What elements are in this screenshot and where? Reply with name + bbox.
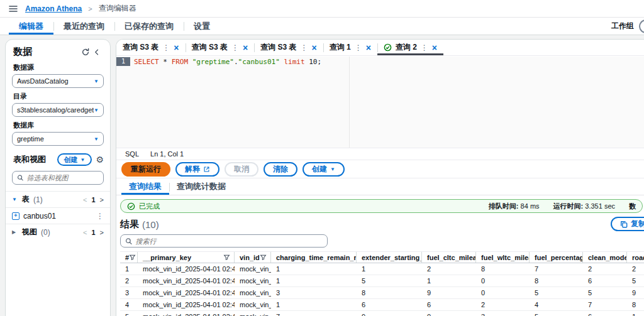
workgroup-select[interactable] — [639, 19, 644, 33]
kebab-icon[interactable]: ⋮ — [231, 43, 239, 52]
sql-token-plain: . — [234, 58, 238, 66]
nav-tab-2[interactable]: 已保存的查询 — [114, 18, 184, 35]
breadcrumb-app-link[interactable]: Amazon Athena — [25, 4, 82, 13]
table-row: 5mock_vin_id_2025-04-01 02:43:35.402mock… — [120, 311, 644, 316]
filter-tables-search[interactable] — [12, 171, 104, 185]
hamburger-menu-icon[interactable] — [8, 3, 19, 14]
close-icon[interactable]: × — [366, 43, 371, 53]
table-item-canbus01[interactable]: + canbus01 ⋮ — [6, 207, 110, 224]
copy-button[interactable]: 复制 — [611, 217, 644, 231]
create-menu-button[interactable]: 创建 ▼ — [303, 162, 345, 177]
query-timings: 排队时间: 84 ms 运行时间: 3.351 sec 数 — [489, 202, 636, 211]
column-header-label: fuel_percentage — [535, 254, 583, 261]
close-icon[interactable]: × — [432, 43, 437, 53]
caret-expanded-icon[interactable]: ▼ — [12, 197, 18, 202]
results-header: 结果 (10) 复制 — [120, 218, 640, 231]
query-tab-4[interactable]: 查询 2⋮× — [377, 40, 443, 55]
chevron-down-icon: ▼ — [330, 166, 335, 172]
sql-token-str: "greptime" — [192, 58, 234, 66]
chevron-down-icon: ▼ — [94, 79, 99, 84]
filter-tables-input[interactable] — [27, 174, 99, 182]
query-tab-label: 查询 S3 表 — [192, 42, 228, 53]
page-next-icon[interactable]: > — [100, 229, 104, 236]
line-number: 1 — [116, 57, 130, 66]
column-header-label: fuel_wltc_mileage — [481, 254, 530, 261]
create-button[interactable]: 创建 ▼ — [57, 153, 92, 166]
query-tab-2[interactable]: 查询 S3 表⋮× — [254, 40, 323, 55]
tables-count: (1) — [33, 195, 43, 204]
caret-collapsed-icon[interactable]: ▶ — [12, 229, 18, 235]
gear-icon[interactable]: ⚙ — [96, 155, 104, 164]
table-cell: 0 — [476, 287, 530, 298]
datasource-select[interactable]: AwsDataCatalog ▼ — [12, 74, 104, 88]
refresh-icon[interactable] — [80, 46, 91, 58]
explain-button[interactable]: 解释 — [175, 162, 219, 177]
table-cell: 2 — [583, 263, 627, 275]
column-header-road_r[interactable]: road_r — [627, 252, 644, 263]
results-title: 结果 — [120, 219, 139, 231]
views-group-row[interactable]: ▶ 视图 (0) < 1 > — [6, 224, 110, 240]
close-icon[interactable]: × — [311, 43, 316, 53]
table-cell: 8 — [530, 275, 583, 286]
workgroup-area: 工作组 — [611, 18, 644, 35]
table-cell: 5 — [120, 311, 138, 316]
kebab-icon[interactable]: ⋮ — [162, 43, 170, 52]
results-tab-1[interactable]: 查询统计数据 — [169, 178, 233, 195]
table-cell: mock_vin_id — [235, 275, 271, 286]
column-header-charging_time_remain_minute[interactable]: charging_time_remain_minute — [271, 252, 357, 263]
table-cell: 2 — [422, 263, 476, 275]
filter-icon[interactable] — [129, 254, 136, 261]
expand-table-icon[interactable]: + — [12, 212, 19, 220]
column-header-#[interactable]: # — [120, 252, 138, 263]
chevron-down-icon: ▼ — [94, 107, 99, 113]
query-tab-3[interactable]: 查询 1⋮× — [323, 40, 377, 55]
results-table-header: #__primary_keyvin_idcharging_time_remain… — [120, 251, 644, 263]
top-breadcrumb-bar: Amazon Athena > 查询编辑器 — [0, 0, 644, 18]
column-header-fuel_wltc_mileage[interactable]: fuel_wltc_mileage — [476, 252, 530, 263]
column-header-vin_id[interactable]: vin_id — [235, 252, 271, 263]
table-cell: 1 — [357, 263, 422, 275]
views-pagination: < 1 > — [83, 229, 104, 236]
table-cell: mock_vin_id — [235, 287, 271, 298]
kebab-icon[interactable]: ⋮ — [96, 212, 104, 221]
catalog-select[interactable]: s3tablescatalog/caredgetest ▼ — [12, 103, 104, 117]
page-next-icon[interactable]: > — [100, 196, 104, 204]
clear-button[interactable]: 清除 — [264, 162, 297, 177]
collapse-panel-icon[interactable] — [91, 46, 103, 58]
filter-icon[interactable] — [260, 254, 267, 261]
query-tab-0[interactable]: 查询 S3 表⋮× — [116, 40, 186, 55]
filter-icon[interactable] — [223, 254, 230, 261]
column-header-clean_mode[interactable]: clean_mode — [583, 252, 627, 263]
kebab-icon[interactable]: ⋮ — [355, 43, 362, 52]
nav-tab-3[interactable]: 设置 — [184, 18, 220, 35]
cursor-position: Ln 1, Col 1 — [150, 150, 184, 158]
sql-editor[interactable]: 1 SELECT * FROM "greptime"."canbus01" li… — [116, 57, 644, 148]
sql-editor-line-1: 1 SELECT * FROM "greptime"."canbus01" li… — [116, 57, 644, 67]
nav-tab-1[interactable]: 最近的查询 — [53, 18, 114, 35]
database-select[interactable]: greptime ▼ — [12, 132, 104, 146]
tables-group-row[interactable]: ▼ 表 (1) < 1 > — [6, 191, 110, 207]
table-cell: 3 — [120, 287, 138, 298]
search-rows-input[interactable] — [135, 237, 323, 245]
column-header-extender_starting_point[interactable]: extender_starting_point — [357, 252, 422, 263]
close-icon[interactable]: × — [174, 43, 179, 53]
page-prev-icon[interactable]: < — [83, 196, 87, 204]
nav-tab-0[interactable]: 编辑器 — [9, 18, 53, 35]
search-rows-box[interactable] — [120, 234, 328, 248]
breadcrumb-current: 查询编辑器 — [99, 3, 136, 14]
page-prev-icon[interactable]: < — [83, 229, 87, 236]
column-header-fuel_percentage[interactable]: fuel_percentage — [530, 252, 583, 263]
column-header-fuel_cltc_mileage[interactable]: fuel_cltc_mileage — [422, 252, 476, 263]
column-header-__primary_key[interactable]: __primary_key — [138, 252, 235, 263]
close-icon[interactable]: × — [243, 43, 248, 53]
kebab-icon[interactable]: ⋮ — [300, 43, 308, 52]
query-tab-1[interactable]: 查询 S3 表⋮× — [186, 40, 255, 55]
results-tab-0[interactable]: 查询结果 — [121, 178, 169, 195]
column-header-label: __primary_key — [143, 254, 191, 261]
table-cell: mock_vin_id_2025-04-01 02:43:35.398 — [138, 263, 235, 275]
table-row: 3mock_vin_id_2025-04-01 02:43:35.4mock_v… — [120, 287, 644, 299]
breadcrumb-separator-icon: > — [88, 5, 92, 13]
database-label: 数据库 — [13, 121, 103, 130]
rerun-button[interactable]: 重新运行 — [121, 162, 170, 177]
kebab-icon[interactable]: ⋮ — [421, 43, 428, 52]
